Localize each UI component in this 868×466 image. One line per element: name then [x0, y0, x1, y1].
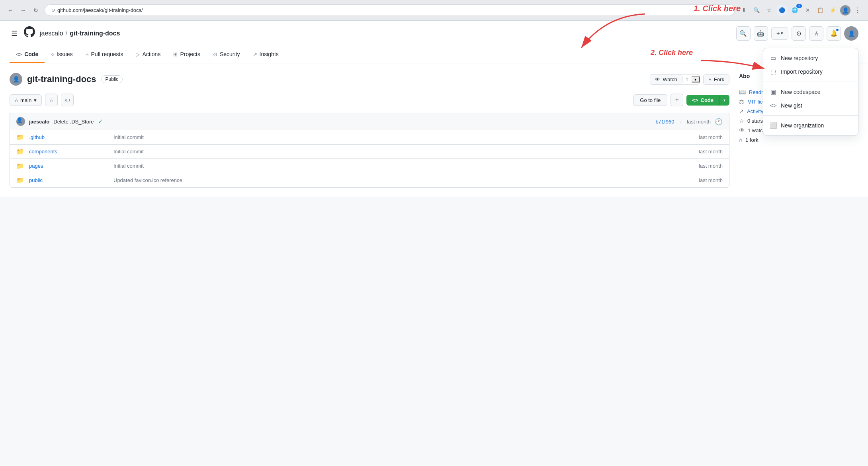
- commit-time: last month: [687, 119, 711, 125]
- security-tab-icon: ⊙: [213, 51, 217, 57]
- main-content: 👤 git-training-docs Public 👁 Watch 1 ▾: [0, 63, 868, 197]
- dropdown-divider-1: [763, 82, 858, 82]
- folder-icon: 📁: [16, 133, 24, 141]
- repo-owner-avatar: 👤: [10, 73, 22, 86]
- tab-actions[interactable]: ▷ Actions: [129, 46, 167, 63]
- reload-button[interactable]: ↻: [30, 5, 41, 16]
- user-avatar[interactable]: 👤: [844, 26, 858, 41]
- tab-projects-label: Projects: [180, 51, 200, 57]
- tab-code-label: Code: [24, 51, 38, 57]
- new-repository-item[interactable]: ▭ New repository: [763, 51, 858, 65]
- new-repository-label: New repository: [781, 55, 818, 61]
- breadcrumb-repo[interactable]: git-training-docs: [70, 30, 120, 37]
- file-commit: Initial commit: [113, 134, 678, 140]
- caret-icon: ▾: [781, 31, 783, 36]
- tab-issues-label: Issues: [57, 51, 72, 57]
- issues-button[interactable]: ⊙: [792, 26, 806, 41]
- file-list: 📁 .github Initial commit last month 📁 co…: [10, 130, 729, 188]
- star-icon: ☆: [739, 117, 744, 124]
- file-row: 📁 .github Initial commit last month: [10, 130, 729, 145]
- file-time: last month: [683, 163, 723, 169]
- watch-label: Watch: [663, 76, 677, 82]
- bookmark-icon-btn[interactable]: ☆: [764, 5, 775, 16]
- user-avatar-browser[interactable]: 👤: [840, 5, 850, 16]
- file-name[interactable]: components: [29, 149, 109, 155]
- tab-security[interactable]: ⊙ Security: [207, 46, 246, 63]
- badge-number: 1: [796, 4, 802, 8]
- back-button[interactable]: ←: [5, 5, 16, 16]
- commit-author[interactable]: jaescalo: [29, 119, 49, 125]
- fork-label: Fork: [714, 76, 724, 82]
- search-button[interactable]: 🔍: [736, 26, 751, 41]
- commit-author-avatar: 👤: [16, 117, 25, 126]
- branch-selector[interactable]: ⑃ main ▾: [10, 94, 42, 106]
- download-icon-btn[interactable]: ⬇: [738, 5, 749, 16]
- file-row: 📁 pages Initial commit last month: [10, 159, 729, 173]
- new-codespace-item[interactable]: ▣ New codespace: [763, 85, 858, 99]
- tab-issues[interactable]: ○ Issues: [45, 46, 79, 63]
- issues-tab-icon: ○: [51, 51, 54, 57]
- file-name[interactable]: public: [29, 177, 109, 183]
- add-file-button[interactable]: +: [671, 94, 683, 106]
- breadcrumb-user[interactable]: jaescalo: [40, 30, 63, 37]
- folder-icon: 📁: [16, 148, 24, 155]
- more-btn[interactable]: ⋮: [852, 5, 863, 16]
- tags-button[interactable]: 🏷: [61, 94, 74, 106]
- extension-5-btn[interactable]: ⚡: [827, 5, 839, 16]
- new-org-icon: ⬜: [770, 122, 777, 129]
- branches-button[interactable]: ⑃: [45, 94, 58, 106]
- forward-button[interactable]: →: [18, 5, 29, 16]
- branch-icon: ⑃: [15, 97, 18, 103]
- projects-tab-icon: ⊞: [173, 51, 178, 57]
- watch-caret-button[interactable]: ▾: [692, 76, 700, 82]
- file-name[interactable]: pages: [29, 163, 109, 169]
- browser-chrome: ← → ↻ ⊙ ☆ ⬇ 🔍 ☆ 🔵 🌐 1 ✕ 📋 ⚡ 👤 ⋮: [0, 0, 868, 21]
- file-commit: Updated favicon.ico reference: [113, 177, 678, 183]
- code-caret-button[interactable]: ▾: [719, 95, 729, 106]
- history-button[interactable]: 🕐: [715, 118, 723, 125]
- new-gist-item[interactable]: <> New gist: [763, 99, 858, 112]
- plus-icon: +: [776, 30, 780, 37]
- url-input[interactable]: [57, 7, 721, 13]
- commit-bar: 👤 jaescalo Delete .DS_Store ✓ b71f960 · …: [10, 113, 729, 130]
- address-bar[interactable]: ⊙ ☆: [45, 4, 735, 16]
- header-right: 🔍 🤖 + ▾ ⊙ ⑃ 🔔 👤: [736, 26, 858, 41]
- repo-main: 👤 git-training-docs Public 👁 Watch 1 ▾: [10, 73, 729, 188]
- fork-button[interactable]: ⑃ Fork: [704, 74, 729, 84]
- pr-tab-icon: ⑃: [86, 51, 89, 57]
- extension-4-btn[interactable]: 📋: [815, 5, 826, 16]
- copilot-button[interactable]: 🤖: [754, 26, 768, 41]
- file-toolbar: ⑃ main ▾ ⑃ 🏷 Go to file + <> Code ▾: [10, 94, 729, 106]
- security-icon: ⊙: [51, 8, 55, 13]
- pullreq-button[interactable]: ⑃: [809, 26, 823, 41]
- forks-count: 1 fork: [745, 137, 759, 143]
- search-icon-btn[interactable]: 🔍: [751, 5, 762, 16]
- import-repository-label: Import repository: [781, 69, 823, 75]
- code-button[interactable]: <> Code: [686, 95, 719, 106]
- new-organization-item[interactable]: ⬜ New organization: [763, 119, 858, 132]
- activity-link[interactable]: Activity: [747, 108, 763, 114]
- extension-3-btn[interactable]: ✕: [802, 5, 813, 16]
- plus-dropdown-button[interactable]: + ▾: [771, 27, 788, 40]
- go-to-file-button[interactable]: Go to file: [633, 94, 667, 106]
- file-name[interactable]: .github: [29, 134, 109, 140]
- watch-button[interactable]: 👁 Watch: [650, 74, 682, 84]
- file-time: last month: [683, 177, 723, 183]
- tab-pullrequests[interactable]: ⑃ Pull requests: [79, 46, 130, 63]
- import-repository-item[interactable]: ⬚ Import repository: [763, 65, 858, 78]
- tab-insights[interactable]: ↗ Insights: [246, 46, 285, 63]
- github-logo[interactable]: [24, 26, 35, 40]
- extension-1-btn[interactable]: 🔵: [776, 5, 788, 16]
- tab-code[interactable]: <> Code: [10, 46, 45, 63]
- repo-actions: 👁 Watch 1 ▾ ⑃ Fork: [650, 74, 729, 85]
- code-button-group: <> Code ▾: [686, 95, 729, 106]
- extension-2-btn[interactable]: 🌐 1: [789, 5, 800, 16]
- header-left: ☰ jaescalo / git-training-docs: [10, 26, 731, 40]
- commit-message: Delete .DS_Store: [53, 119, 94, 125]
- stars-count: 0 stars: [747, 118, 763, 124]
- watch-count[interactable]: 1: [682, 76, 692, 82]
- notifications-button[interactable]: 🔔: [827, 26, 841, 41]
- hamburger-button[interactable]: ☰: [10, 27, 19, 39]
- tab-projects[interactable]: ⊞ Projects: [167, 46, 207, 63]
- commit-hash[interactable]: b71f960: [655, 119, 674, 125]
